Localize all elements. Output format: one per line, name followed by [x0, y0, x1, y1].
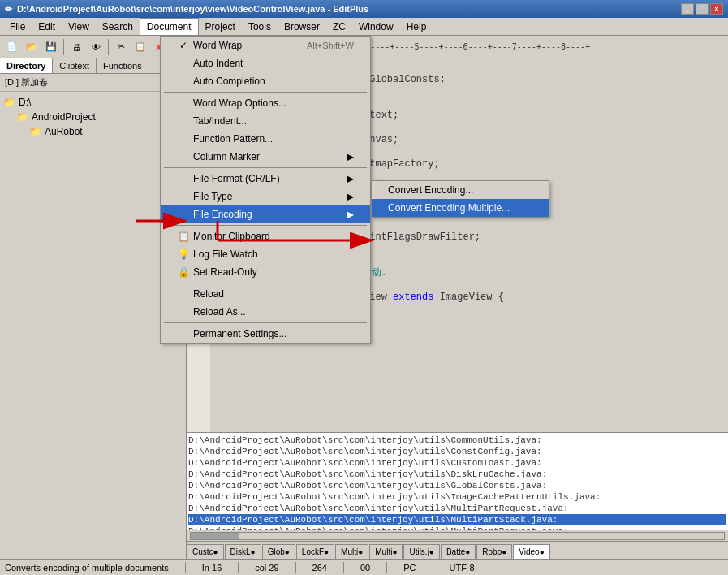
- menu-project[interactable]: Project: [199, 18, 242, 35]
- statusbar: Converts encoding of multiple documents …: [0, 559, 728, 575]
- print-preview-button[interactable]: 👁: [87, 38, 105, 56]
- tab-multi1[interactable]: Multi●: [335, 544, 368, 559]
- file-line-selected[interactable]: D:\AndroidProject\AuRobot\src\com\interj…: [188, 514, 726, 525]
- submenu-arrow: ▶: [347, 191, 354, 202]
- menu-convert-encoding-multiple[interactable]: Convert Encoding Multiple...: [372, 199, 549, 217]
- sep1: [63, 39, 64, 55]
- sidebar-tab-functions[interactable]: Functions: [97, 58, 149, 73]
- status-message: Converts encoding of multiple documents: [5, 563, 169, 573]
- tab-utils[interactable]: Utils.j●: [403, 544, 439, 559]
- menu-zc[interactable]: ZC: [326, 18, 352, 35]
- status-sep3: [295, 562, 296, 573]
- close-button[interactable]: ×: [710, 3, 723, 15]
- folder-icon: 📁: [16, 111, 28, 123]
- status-mode: PC: [403, 563, 416, 573]
- cut-button[interactable]: ✂: [112, 38, 130, 56]
- status-sep6: [433, 562, 433, 573]
- menu-reload-as[interactable]: Reload As...: [161, 303, 370, 321]
- file-list: D:\AndroidProject\AuRobot\src\com\interj…: [187, 432, 728, 530]
- tab-batte[interactable]: Batte●: [441, 544, 476, 559]
- menu-edit[interactable]: Edit: [32, 18, 62, 35]
- tab-robot[interactable]: Robo●: [476, 544, 512, 559]
- tab-custc[interactable]: Custc●: [187, 544, 224, 559]
- save-button[interactable]: 💾: [42, 38, 60, 56]
- status-col: col 29: [255, 563, 278, 573]
- menu-help[interactable]: Help: [400, 18, 433, 35]
- status-sep1: [185, 562, 186, 573]
- tree-item-d[interactable]: 📁 D:\: [3, 95, 183, 110]
- status-ins: 00: [360, 563, 370, 573]
- menu-reload[interactable]: Reload: [161, 285, 370, 303]
- status-sep4: [343, 562, 344, 573]
- copy-button[interactable]: 📋: [131, 38, 149, 56]
- menu-set-readonly[interactable]: 🔒 Set Read-Only: [161, 263, 370, 281]
- menu-file-encoding[interactable]: File Encoding ▶: [161, 205, 370, 223]
- status-sep5: [386, 562, 387, 573]
- sep2: [108, 39, 109, 55]
- menu-document[interactable]: Document: [140, 18, 199, 35]
- menu-monitor-clipboard[interactable]: 📋 Monitor Clipboard: [161, 227, 370, 245]
- menu-browser[interactable]: Browser: [278, 18, 326, 35]
- menu-file-format[interactable]: File Format (CR/LF) ▶: [161, 170, 370, 188]
- menu-permanent-settings[interactable]: Permanent Settings...: [161, 325, 370, 343]
- sidebar: Directory Cliptext Functions [D:] 新加卷 📁 …: [0, 58, 187, 559]
- document-menu: ✓ Word Wrap Alt+Shift+W Auto Indent Auto…: [160, 36, 371, 344]
- tab-lockf[interactable]: LockF●: [296, 544, 334, 559]
- bottom-tabs: Custc● DiskL● Glob● LockF● Multi● Multi●…: [187, 541, 728, 559]
- submenu-arrow: ▶: [347, 173, 354, 184]
- menu-log-file-watch[interactable]: 💡 Log File Watch: [161, 245, 370, 263]
- app-icon: ✏: [5, 4, 12, 15]
- menu-file[interactable]: File: [3, 18, 32, 35]
- file-tree: 📁 D:\ 📁 AndroidProject 📁 AuRobot: [0, 92, 186, 559]
- menu-sep2: [164, 167, 367, 168]
- sidebar-tab-directory[interactable]: Directory: [0, 58, 53, 73]
- folder-icon: 📁: [3, 97, 15, 108]
- title-text: D:\AndroidProject\AuRobot\src\com\interj…: [17, 4, 368, 14]
- titlebar: ✏ D:\AndroidProject\AuRobot\src\com\inte…: [0, 0, 728, 18]
- folder-icon: 📁: [29, 126, 41, 137]
- status-sep2: [238, 562, 239, 573]
- menu-auto-indent[interactable]: Auto Indent: [161, 54, 370, 72]
- status-ln: In 16: [202, 563, 222, 573]
- file-line: D:\AndroidProject\AuRobot\src\com\interj…: [188, 457, 726, 469]
- maximize-button[interactable]: □: [696, 3, 709, 15]
- menu-tab-indent[interactable]: Tab/Indent...: [161, 112, 370, 130]
- menu-sep1: [164, 92, 367, 93]
- file-line: D:\AndroidProject\AuRobot\src\com\interj…: [188, 434, 726, 446]
- sidebar-tabs: Directory Cliptext Functions: [0, 58, 186, 74]
- tab-diskl[interactable]: DiskL●: [225, 544, 261, 559]
- menu-column-marker[interactable]: Column Marker ▶: [161, 148, 370, 166]
- open-button[interactable]: 📂: [23, 38, 41, 56]
- tab-glob[interactable]: Glob●: [262, 544, 295, 559]
- file-line: D:\AndroidProject\AuRobot\src\com\interj…: [188, 446, 726, 457]
- menubar: File Edit View Search Document Project T…: [0, 18, 728, 36]
- sidebar-tab-cliptext[interactable]: Cliptext: [53, 58, 97, 73]
- new-button[interactable]: 📄: [3, 38, 21, 56]
- menu-word-wrap-options[interactable]: Word Wrap Options...: [161, 94, 370, 112]
- menu-file-type[interactable]: File Type ▶: [161, 188, 370, 205]
- status-encoding: UTF-8: [450, 563, 475, 573]
- drive-label: [D:] 新加卷: [0, 74, 186, 92]
- print-button[interactable]: 🖨: [67, 38, 85, 56]
- menu-convert-encoding[interactable]: Convert Encoding...: [372, 181, 549, 199]
- tab-multi2[interactable]: Multi●: [369, 544, 403, 559]
- titlebar-controls: _ □ ×: [681, 3, 723, 15]
- file-line: D:\AndroidProject\AuRobot\src\com\interj…: [188, 469, 726, 480]
- tree-item-androidproject[interactable]: 📁 AndroidProject: [3, 110, 183, 124]
- menu-word-wrap[interactable]: ✓ Word Wrap Alt+Shift+W: [161, 37, 370, 54]
- submenu-arrow: ▶: [347, 151, 354, 162]
- minimize-button[interactable]: _: [681, 3, 694, 15]
- file-encoding-submenu: Convert Encoding... Convert Encoding Mul…: [371, 180, 549, 218]
- menu-sep4: [164, 283, 367, 283]
- menu-search[interactable]: Search: [96, 18, 140, 35]
- menu-view[interactable]: View: [62, 18, 96, 35]
- menu-function-pattern[interactable]: Function Pattern...: [161, 130, 370, 148]
- menu-tools[interactable]: Tools: [242, 18, 278, 35]
- tab-video[interactable]: Video●: [513, 544, 549, 559]
- menu-window[interactable]: Window: [352, 18, 400, 35]
- word-wrap-icon: ✓: [177, 40, 190, 51]
- submenu-arrow: ▶: [347, 209, 354, 220]
- horizontal-scrollbar[interactable]: [187, 530, 728, 541]
- menu-auto-completion[interactable]: Auto Completion: [161, 72, 370, 90]
- tree-item-aurobot[interactable]: 📁 AuRobot: [3, 124, 183, 139]
